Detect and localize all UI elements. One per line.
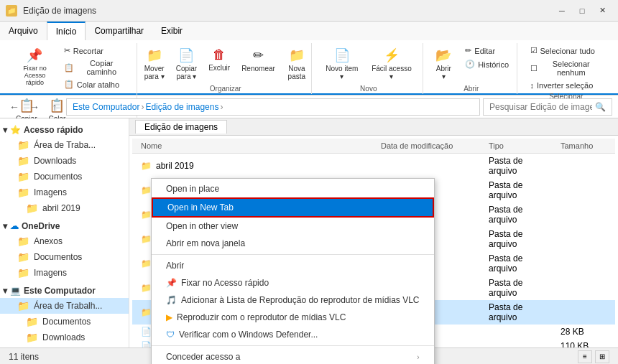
col-date[interactable]: Data de modificação	[375, 140, 483, 151]
new-item-button[interactable]: 📄 Novo item ▾	[320, 45, 364, 83]
cm-grant-access[interactable]: Conceder acesso a ›	[152, 348, 434, 364]
forward-button[interactable]: →	[26, 98, 43, 116]
view-buttons: ≡ ⊞	[578, 350, 609, 363]
folder-icon-pc-docs: 📁	[26, 316, 38, 327]
copy-to-button[interactable]: 📄 Copiarpara ▾	[172, 45, 201, 83]
move-icon: 📁	[147, 47, 162, 63]
sidebar-item-images[interactable]: 📁 Imagens	[0, 185, 129, 200]
move-to-button[interactable]: 📁 Moverpara ▾	[140, 45, 169, 83]
list-view-button[interactable]: ≡	[578, 350, 592, 363]
folder-tab[interactable]: Edição de imagens	[135, 120, 227, 134]
open-button[interactable]: 📂 Abrir ▾	[429, 45, 458, 83]
cm-open-new-tab[interactable]: Open in New Tab	[152, 197, 434, 218]
copy-path-button[interactable]: 📋 Copiar caminho	[60, 57, 131, 78]
history-icon: 🕐	[465, 60, 475, 69]
sidebar-item-anexos[interactable]: 📁 Anexos	[0, 233, 129, 249]
history-button[interactable]: 🕐 Histórico	[461, 58, 513, 70]
sidebar-item-area-trabalho[interactable]: 📁 Área de Trabalh...	[0, 298, 129, 314]
sidebar-pc-dl-label: Downloads	[42, 332, 85, 342]
breadcrumb[interactable]: Este Computador › Edição de imagens ›	[66, 98, 480, 116]
ribbon-group-select: ☑ Selecionar tudo ☐ Selecionar nenhum ↕ …	[520, 43, 612, 102]
select-all-button[interactable]: ☑ Selecionar tudo	[526, 45, 607, 57]
invert-icon: ↕	[530, 81, 535, 90]
file-icon: 📁	[141, 210, 152, 220]
folder-icon-area: 📁	[17, 300, 29, 312]
sidebar-header-quick-access[interactable]: ▾ ⭐ Acesso rápido	[0, 123, 129, 137]
table-row[interactable]: 📁abril 2019 Pasta de arquivo	[132, 154, 615, 178]
sidebar-section-quick-access: ▾ ⭐ Acesso rápido 📁 Área de Traba... 📁 D…	[0, 121, 129, 218]
cm-play-vlc[interactable]: ▶ Reproduzir com o reprodutor de mídias …	[152, 309, 434, 326]
cm-sep1	[152, 254, 434, 255]
bc-sep2: ›	[220, 102, 223, 112]
invert-selection-button[interactable]: ↕ Inverter seleção	[526, 80, 607, 91]
cm-defender[interactable]: 🛡 Verificar com o Windows Defender...	[152, 326, 434, 343]
maximize-button[interactable]: □	[572, 4, 592, 18]
col-type[interactable]: Tipo	[483, 140, 555, 151]
computer-icon: 💻	[10, 286, 21, 296]
file-icon: 📁	[141, 307, 152, 317]
open-label: Abrir	[464, 83, 479, 93]
tab-compartilhar[interactable]: Compartilhar	[86, 22, 152, 40]
select-none-button[interactable]: ☐ Selecionar nenhum	[526, 58, 607, 78]
sidebar-item-od-images[interactable]: 📁 Imagens	[0, 265, 129, 281]
close-button[interactable]: ✕	[592, 4, 612, 18]
cm-vlc-play-icon: ▶	[166, 312, 172, 322]
sidebar-item-documents[interactable]: 📁 Documentos	[0, 169, 129, 185]
copy-to-icon: 📄	[178, 47, 194, 63]
bc-folder[interactable]: Edição de imagens	[145, 102, 218, 112]
easy-access-icon: ⚡	[384, 47, 400, 63]
sidebar-header-computer[interactable]: ▾ 💻 Este Computador	[0, 284, 129, 298]
sidebar: ▾ ⭐ Acesso rápido 📁 Área de Traba... 📁 D…	[0, 118, 129, 347]
minimize-button[interactable]: ─	[552, 4, 572, 18]
grid-view-button[interactable]: ⊞	[595, 350, 609, 363]
cm-sep2	[152, 345, 434, 346]
col-size[interactable]: Tamanho	[555, 140, 612, 151]
file-icon: 📁	[141, 283, 152, 293]
cut-button[interactable]: ✂ Recortar	[60, 45, 131, 57]
folder-icon-desktop: 📁	[17, 139, 29, 151]
cm-open-place-label: Open in place	[166, 184, 219, 194]
delete-button[interactable]: 🗑 Excluir	[204, 45, 234, 75]
sidebar-header-onedrive[interactable]: ▾ ☁ OneDrive	[0, 219, 129, 233]
tab-exibir[interactable]: Exibir	[152, 22, 191, 40]
pin-icon: 📌	[27, 47, 42, 63]
easy-access-button[interactable]: ⚡ Fácil acesso ▾	[366, 45, 417, 83]
paste-shortcut-button[interactable]: 📋 Colar atalho	[60, 78, 131, 90]
search-bar[interactable]: 🔍	[483, 98, 612, 116]
search-input[interactable]	[489, 102, 592, 112]
tab-inicio[interactable]: Início	[47, 22, 86, 40]
sidebar-item-pc-downloads[interactable]: 📁 Downloads	[0, 330, 129, 345]
pin-quick-access-button[interactable]: 📌 Fixar noAcesso rápido	[11, 45, 58, 90]
ribbon-open-buttons: 📂 Abrir ▾ ✏ Editar 🕐 Histórico	[429, 45, 513, 83]
new-folder-button[interactable]: 📁 Novapasta	[282, 45, 311, 83]
sidebar-item-desktop[interactable]: 📁 Área de Traba...	[0, 137, 129, 153]
sidebar-item-od-docs[interactable]: 📁 Documentos	[0, 249, 129, 265]
cm-open-other-view[interactable]: Open in other view	[152, 218, 434, 235]
cm-add-vlc-playlist[interactable]: 🎵 Adicionar à Lista de Reprodução do rep…	[152, 291, 434, 309]
sidebar-item-downloads[interactable]: 📁 Downloads	[0, 153, 129, 169]
sidebar-item-pc-docs[interactable]: 📁 Documentos	[0, 314, 129, 330]
sidebar-downloads-label: Downloads	[34, 156, 76, 166]
up-button[interactable]: ↑	[46, 98, 63, 116]
cm-defender-icon: 🛡	[166, 330, 175, 340]
sidebar-item-abril[interactable]: 📁 abril 2019	[0, 200, 129, 216]
sidebar-anexos-label: Anexos	[34, 236, 63, 246]
ribbon-group-open: 📂 Abrir ▾ ✏ Editar 🕐 Histórico Abrir	[426, 43, 517, 94]
tab-arquivo[interactable]: Arquivo	[0, 22, 47, 40]
file-icon: 📄	[141, 327, 152, 337]
cm-open[interactable]: Abrir	[152, 257, 434, 274]
cm-open-new-window[interactable]: Abrir em nova janela	[152, 235, 434, 252]
context-menu: Open in place Open in New Tab Open in ot…	[151, 178, 435, 364]
col-name[interactable]: Nome	[135, 140, 375, 151]
titlebar-icons: 📁	[6, 5, 17, 17]
cm-open-in-place[interactable]: Open in place	[152, 180, 434, 197]
cm-pin-quick[interactable]: 📌 Fixar no Acesso rápido	[152, 274, 434, 291]
bc-computer[interactable]: Este Computador	[73, 102, 139, 112]
back-button[interactable]: ←	[6, 98, 23, 116]
file-icon: 📄	[141, 341, 152, 347]
sidebar-od-docs-label: Documentos	[34, 252, 82, 262]
titlebar-title: Edição de imagens	[23, 6, 552, 16]
edit-button[interactable]: ✏ Editar	[461, 45, 513, 57]
collapse-icon-qa: ▾	[3, 125, 7, 135]
rename-button[interactable]: ✏ Renomear	[237, 45, 280, 75]
